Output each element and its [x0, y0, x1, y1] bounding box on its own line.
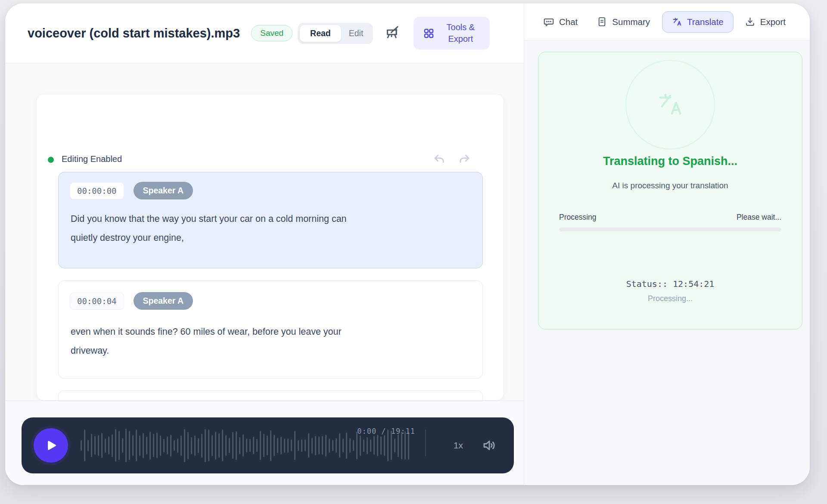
redo-icon[interactable]: [457, 152, 472, 167]
play-button[interactable]: [34, 428, 68, 463]
progress-hint: Please wait...: [737, 213, 781, 222]
segment-meta: 00:00:04 Speaker A: [70, 292, 193, 310]
translation-title: Translating to Spanish...: [538, 155, 802, 168]
player-footer: 0:00 / 19:11 1x: [5, 401, 524, 485]
tools-export-button[interactable]: Tools & Export: [414, 17, 490, 50]
tab-chat-label: Chat: [559, 17, 578, 27]
time-display: 0:00 / 19:11: [357, 427, 415, 436]
tab-translate-label: Translate: [687, 17, 724, 27]
tab-export-label: Export: [760, 17, 786, 27]
presentation-easel-icon[interactable]: [385, 25, 401, 41]
transcript-segment[interactable]: 00:00:00 Speaker A Did you know that the…: [58, 172, 483, 268]
saved-status-badge: Saved: [251, 25, 292, 41]
document-header: voiceover (cold start mistakes).mp3 Save…: [5, 3, 524, 63]
tab-translate[interactable]: Translate: [662, 11, 734, 33]
speaker-badge: Speaker A: [134, 182, 193, 199]
file-title: voiceover (cold start mistakes).mp3: [28, 26, 240, 40]
translate-watermark-circle: [625, 60, 715, 149]
translate-watermark-icon: [656, 90, 684, 119]
tab-summary[interactable]: Summary: [597, 16, 650, 27]
segment-text: Did you know that the way you start your…: [71, 209, 458, 247]
segment-text: even when it sounds fine? 60 miles of we…: [71, 322, 458, 360]
undo-icon[interactable]: [432, 152, 447, 167]
audio-player: 0:00 / 19:11 1x: [22, 417, 514, 473]
right-panel: Chat Summary Translate: [524, 3, 810, 485]
segment-meta: 00:00:00 Speaker A: [70, 182, 193, 199]
timestamp-chip: 00:00:00: [70, 182, 124, 199]
download-icon: [745, 16, 755, 27]
tools-export-label: Tools & Export: [441, 22, 480, 45]
edit-mode-button[interactable]: Edit: [341, 25, 371, 42]
read-edit-toggle: Read Edit: [298, 23, 373, 44]
player-divider: [425, 429, 426, 456]
translation-progress-card: Translating to Spanish... AI is processi…: [538, 52, 802, 330]
translate-icon: [672, 17, 682, 27]
status-sub: Processing...: [538, 294, 802, 303]
grid-icon: [423, 28, 435, 39]
right-panel-tabs: Chat Summary Translate: [524, 3, 810, 40]
document-icon: [597, 16, 607, 27]
volume-icon[interactable]: [479, 417, 500, 473]
status-line: Status:: 12:54:21: [538, 279, 802, 289]
progress-labels: Processing Please wait...: [559, 213, 781, 222]
transcript-segment[interactable]: 00:00:04 Speaker A even when it sounds f…: [58, 280, 483, 379]
playback-speed-button[interactable]: 1x: [440, 417, 476, 473]
editing-enabled-label: Editing Enabled: [62, 154, 122, 164]
transcript-panel: Editing Enabled 00:00:00 Speaker A: [36, 94, 504, 401]
timestamp-chip: 00:00:04: [70, 292, 124, 310]
progress-bar: [559, 227, 781, 231]
speaker-badge: Speaker A: [134, 292, 193, 310]
read-mode-button[interactable]: Read: [300, 25, 341, 42]
progress-label: Processing: [559, 213, 597, 222]
tab-export[interactable]: Export: [745, 16, 786, 27]
editing-status-row: Editing Enabled: [37, 151, 504, 168]
tab-summary-label: Summary: [612, 17, 650, 27]
left-panel: voiceover (cold start mistakes).mp3 Save…: [5, 3, 524, 485]
tab-chat[interactable]: Chat: [543, 16, 578, 28]
app-window: voiceover (cold start mistakes).mp3 Save…: [5, 3, 810, 485]
chat-icon: [543, 16, 554, 28]
translation-subtitle: AI is processing your translation: [538, 181, 802, 190]
editing-enabled-dot: [48, 157, 54, 163]
waveform[interactable]: [81, 417, 413, 473]
